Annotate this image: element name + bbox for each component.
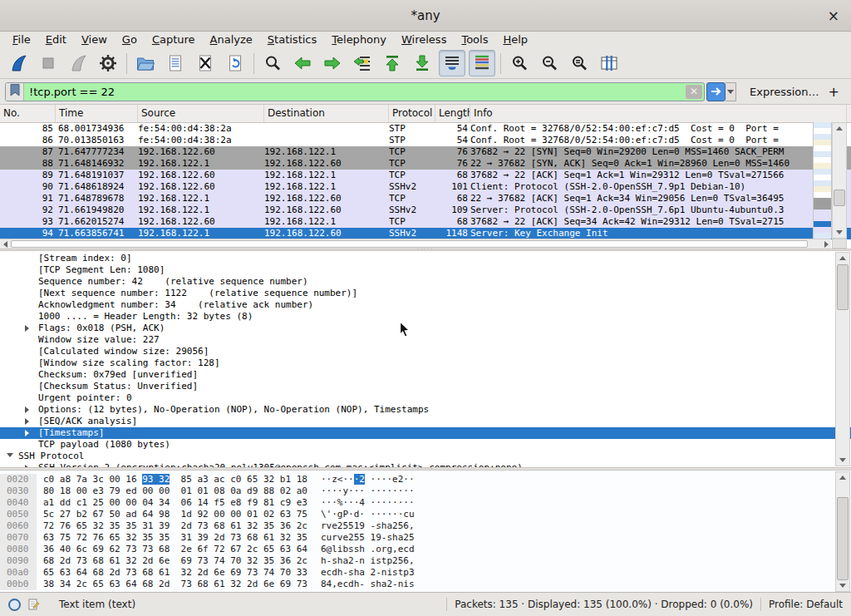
packet-list-vscrollbar[interactable] (832, 122, 847, 239)
column-header-length[interactable]: Length (435, 105, 470, 122)
hex-row[interactable]: 00a065 63 64 68 2d 73 68 61 32 2d 6e 69 … (0, 567, 851, 579)
detail-line[interactable]: [Timestamps] (0, 427, 851, 439)
menu-wireless[interactable]: Wireless (394, 32, 454, 47)
stop-capture-button[interactable] (35, 50, 61, 76)
title-bar[interactable]: *any × (0, 0, 851, 32)
menu-view[interactable]: View (74, 32, 115, 47)
collapsed-arrow-icon[interactable] (25, 418, 29, 425)
next-packet-button[interactable] (319, 50, 346, 76)
column-header-info[interactable]: Info (470, 105, 847, 122)
column-header-destination[interactable]: Destination (264, 105, 389, 122)
display-filter-box[interactable]: ✕ (5, 82, 705, 101)
detail-line[interactable]: Window size value: 227 (0, 334, 851, 346)
goto-packet-button[interactable] (349, 50, 376, 76)
packet-row[interactable]: 9071.648618924192.168.122.60192.168.122.… (0, 181, 851, 193)
zoom-out-button[interactable] (536, 50, 563, 76)
detail-line[interactable]: Sequence number: 42 (relative sequence n… (0, 276, 851, 288)
detail-line[interactable]: [Stream index: 0] (0, 253, 851, 264)
scroll-left-icon[interactable] (0, 239, 10, 249)
scroll-up-icon[interactable] (836, 253, 849, 264)
scroll-down-icon[interactable] (836, 455, 849, 466)
add-filter-button[interactable]: + (829, 84, 839, 100)
hex-row[interactable]: 009068 2d 73 68 61 32 2d 6e 69 73 74 70 … (0, 555, 851, 567)
collapsed-arrow-icon[interactable] (25, 325, 29, 332)
zoom-reset-button[interactable] (566, 50, 593, 76)
find-packet-button[interactable] (259, 50, 286, 76)
menu-edit[interactable]: Edit (38, 32, 74, 47)
detail-line[interactable]: Checksum: 0x79ed [unverified] (0, 369, 851, 381)
packet-list-hscrollbar[interactable] (0, 239, 831, 249)
start-capture-button[interactable] (5, 50, 32, 76)
menu-help[interactable]: Help (495, 32, 535, 47)
expert-info-icon[interactable] (8, 599, 21, 611)
detail-line[interactable]: [Checksum Status: Unverified] (0, 381, 851, 392)
menu-go[interactable]: Go (115, 32, 145, 47)
packet-row[interactable]: 9271.661949820192.168.122.1192.168.122.6… (0, 205, 851, 216)
packet-row[interactable]: 8670.013850163fe:54:00:d4:38:2aSTP54Conf… (0, 135, 851, 146)
packet-row[interactable]: 8971.648191037192.168.122.60192.168.122.… (0, 170, 851, 181)
reload-file-button[interactable] (222, 50, 248, 76)
collapsed-arrow-icon[interactable] (25, 430, 29, 436)
packet-row[interactable]: 9171.648789678192.168.122.1192.168.122.6… (0, 193, 851, 205)
hex-row[interactable]: 007063 75 72 76 65 32 35 35 31 39 2d 73 … (0, 532, 851, 544)
capture-comment-icon[interactable] (28, 599, 40, 610)
open-file-button[interactable] (132, 50, 159, 76)
zoom-in-button[interactable] (506, 50, 533, 76)
hex-row[interactable]: 003080 18 00 e3 79 ed 00 00 01 01 08 0a … (0, 485, 851, 497)
colorize-button[interactable] (469, 50, 495, 76)
detail-line[interactable]: 1000 .... = Header Length: 32 bytes (8) (0, 311, 851, 323)
hex-row[interactable]: 006072 76 65 32 35 35 31 39 2d 73 68 61 … (0, 520, 851, 532)
capture-options-button[interactable] (95, 50, 121, 76)
column-header-time[interactable]: Time (56, 105, 138, 122)
previous-packet-button[interactable] (289, 50, 316, 76)
save-file-button[interactable] (162, 50, 189, 76)
scroll-thumb[interactable] (834, 190, 845, 206)
detail-line[interactable]: SSH Protocol (0, 451, 851, 462)
close-file-button[interactable] (192, 50, 219, 76)
detail-line[interactable]: Acknowledgment number: 34 (relative ack … (0, 299, 851, 311)
menu-telephony[interactable]: Telephony (324, 32, 394, 47)
details-vscrollbar[interactable] (835, 252, 850, 466)
filter-history-dropdown[interactable] (726, 82, 736, 101)
packet-row[interactable]: 9371.662015274192.168.122.60192.168.122.… (0, 216, 851, 228)
profile-selector[interactable]: Profile: Default (769, 599, 843, 610)
hscroll-thumb[interactable] (11, 240, 808, 248)
filter-bookmark-button[interactable] (6, 83, 24, 101)
packet-row[interactable]: 9471.663856741192.168.122.1192.168.122.6… (0, 228, 851, 239)
column-header-no[interactable]: No. (0, 105, 56, 122)
scroll-thumb[interactable] (837, 497, 849, 580)
menu-file[interactable]: File (5, 32, 38, 47)
detail-line[interactable]: Flags: 0x018 (PSH, ACK) (0, 323, 851, 334)
packet-row[interactable]: 8771.647777234192.168.122.60192.168.122.… (0, 146, 851, 158)
detail-line[interactable]: Urgent pointer: 0 (0, 392, 851, 404)
scroll-down-icon[interactable] (836, 580, 849, 591)
collapsed-arrow-icon[interactable] (25, 407, 29, 413)
last-packet-button[interactable] (409, 50, 435, 76)
resize-columns-button[interactable] (596, 50, 622, 76)
packet-row[interactable]: 8568.001734936fe:54:00:d4:38:2aSTP54Conf… (0, 123, 851, 135)
expression-button[interactable]: Expression… (750, 86, 819, 98)
first-packet-button[interactable] (379, 50, 406, 76)
detail-line[interactable]: [Calculated window size: 29056] (0, 346, 851, 357)
scroll-down-icon[interactable] (833, 227, 846, 238)
packet-row[interactable]: 8871.648146932192.168.122.1192.168.122.6… (0, 158, 851, 170)
menu-analyze[interactable]: Analyze (203, 32, 260, 47)
intelligent-scrollbar-minimap[interactable] (813, 122, 832, 239)
hex-row[interactable]: 008036 40 6c 69 62 73 73 68 2e 6f 72 67 … (0, 544, 851, 555)
menu-capture[interactable]: Capture (145, 32, 203, 47)
detail-line[interactable]: TCP payload (1080 bytes) (0, 439, 851, 451)
column-header-protocol[interactable]: Protocol (389, 105, 435, 122)
hex-row[interactable]: 00505c 27 b2 67 50 ad 64 98 1d 92 00 00 … (0, 509, 851, 520)
detail-line[interactable]: [Next sequence number: 1122 (relative se… (0, 288, 851, 299)
hex-row[interactable]: 0020c0 a8 7a 3c 00 16 93 32 85 a3 ac c0 … (0, 474, 851, 485)
detail-line[interactable]: [TCP Segment Len: 1080] (0, 264, 851, 276)
scroll-up-icon[interactable] (836, 472, 849, 483)
restart-capture-button[interactable] (65, 50, 91, 76)
menu-statistics[interactable]: Statistics (260, 32, 324, 47)
scroll-thumb[interactable] (837, 264, 849, 310)
detail-line[interactable]: Options: (12 bytes), No-Operation (NOP),… (0, 404, 851, 416)
scroll-right-icon[interactable] (821, 239, 831, 249)
column-header-source[interactable]: Source (138, 105, 264, 122)
menu-tools[interactable]: Tools (454, 32, 495, 47)
detail-line[interactable]: [Window size scaling factor: 128] (0, 357, 851, 369)
